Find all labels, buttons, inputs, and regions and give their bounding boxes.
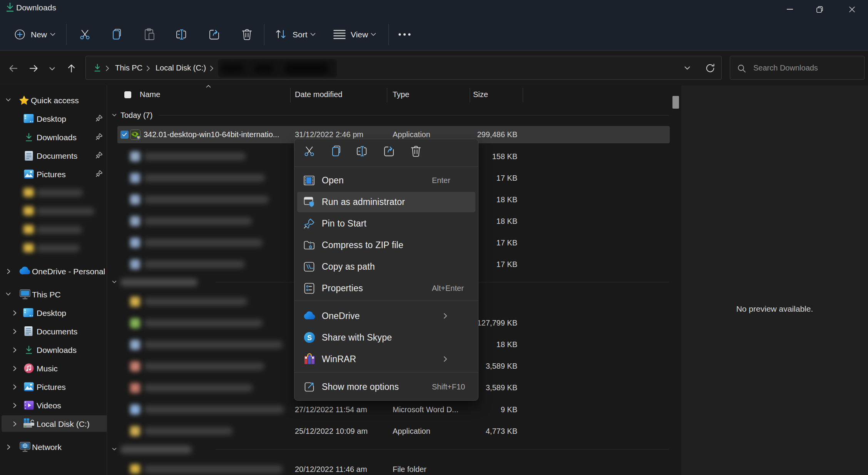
svg-text:S: S — [307, 334, 312, 342]
